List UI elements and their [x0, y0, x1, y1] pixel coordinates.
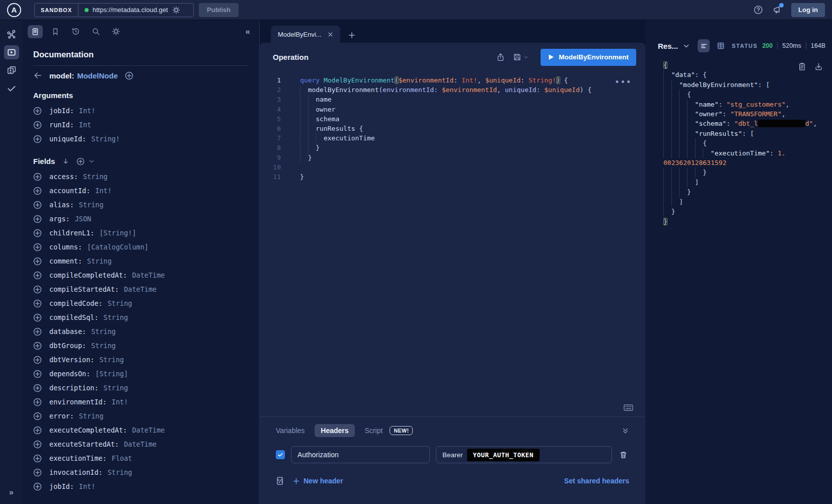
- editor-kebab-menu-icon[interactable]: •••: [615, 77, 632, 87]
- add-field-icon[interactable]: [33, 121, 42, 129]
- sort-fields-icon[interactable]: [62, 157, 69, 165]
- breadcrumb-type-link[interactable]: ModelNode: [77, 71, 118, 80]
- field-type[interactable]: Int!: [79, 482, 96, 490]
- field-type[interactable]: [String!]: [99, 229, 136, 237]
- add-field-icon[interactable]: [33, 356, 42, 364]
- endpoint-url-input[interactable]: https://metadata.cloud.get: [79, 4, 193, 17]
- back-arrow-icon[interactable]: [33, 71, 42, 80]
- field-type[interactable]: String: [99, 356, 124, 364]
- add-field-icon[interactable]: [33, 384, 42, 392]
- delete-header-icon[interactable]: [619, 451, 628, 459]
- run-operation-button[interactable]: ModelByEnvironment: [541, 49, 636, 66]
- add-all-fields-icon[interactable]: [77, 157, 85, 165]
- new-header-button[interactable]: New header: [293, 477, 343, 485]
- add-field-icon[interactable]: [33, 454, 42, 463]
- add-field-icon[interactable]: [33, 201, 42, 209]
- add-to-query-icon[interactable]: [125, 71, 133, 80]
- operation-tab[interactable]: ModelByEnvi...: [271, 26, 340, 43]
- add-field-icon[interactable]: [33, 468, 42, 477]
- add-field-icon[interactable]: [33, 299, 42, 308]
- field-type[interactable]: [String]: [95, 370, 128, 378]
- download-response-icon[interactable]: [814, 62, 823, 71]
- search-icon[interactable]: [88, 25, 103, 38]
- schema-graph-icon[interactable]: [4, 27, 19, 41]
- add-field-icon[interactable]: [33, 398, 42, 406]
- collections-icon[interactable]: [4, 63, 19, 77]
- field-type[interactable]: JSON: [75, 215, 92, 223]
- history-icon[interactable]: [68, 25, 83, 38]
- add-field-icon[interactable]: [33, 327, 42, 336]
- save-operation-icon[interactable]: [513, 53, 528, 61]
- collapse-docs-icon[interactable]: «: [246, 27, 250, 37]
- field-type[interactable]: DateTime: [132, 426, 165, 434]
- add-field-icon[interactable]: [33, 370, 42, 378]
- table-view-toggle-icon[interactable]: [715, 39, 727, 52]
- field-type[interactable]: String: [87, 257, 112, 265]
- set-shared-headers-button[interactable]: Set shared headers: [564, 477, 629, 485]
- add-field-icon[interactable]: [33, 107, 42, 115]
- response-title[interactable]: Res...: [658, 42, 678, 50]
- add-field-icon[interactable]: [33, 243, 42, 251]
- keyboard-shortcuts-icon[interactable]: [624, 404, 633, 411]
- field-type[interactable]: Int!: [95, 187, 112, 195]
- field-type[interactable]: String: [83, 173, 108, 181]
- field-type[interactable]: String: [79, 412, 104, 420]
- copy-response-icon[interactable]: [798, 62, 806, 71]
- tab-script[interactable]: Script: [365, 427, 383, 435]
- add-field-icon[interactable]: [33, 215, 42, 223]
- field-type[interactable]: Int!: [79, 107, 96, 115]
- close-tab-icon[interactable]: [328, 32, 333, 37]
- add-field-icon[interactable]: [33, 426, 42, 435]
- add-field-icon[interactable]: [33, 271, 42, 280]
- collapse-subpanel-icon[interactable]: [622, 427, 629, 435]
- graphql-editor[interactable]: 1query ModelByEnvironment($environmentId…: [260, 71, 645, 416]
- add-field-icon[interactable]: [33, 342, 42, 350]
- expand-rail-icon[interactable]: »: [9, 488, 14, 497]
- add-field-icon[interactable]: [33, 285, 42, 294]
- fields-options-chevron-icon[interactable]: [89, 158, 95, 164]
- field-type[interactable]: String: [91, 327, 116, 335]
- share-operation-icon[interactable]: [496, 53, 505, 61]
- header-enabled-checkbox[interactable]: [276, 450, 285, 459]
- field-type[interactable]: String: [108, 468, 132, 476]
- checks-icon[interactable]: [4, 81, 19, 96]
- field-type[interactable]: DateTime: [124, 440, 157, 448]
- add-field-icon[interactable]: [33, 440, 42, 449]
- field-type[interactable]: String: [91, 342, 116, 350]
- publish-button[interactable]: Publish: [199, 3, 239, 17]
- field-type[interactable]: [CatalogColumn]: [87, 243, 148, 251]
- bookmarks-icon[interactable]: [48, 25, 63, 38]
- add-field-icon[interactable]: [33, 313, 42, 322]
- settings-gear-icon[interactable]: [108, 25, 123, 38]
- environment-variables-icon[interactable]: [276, 476, 285, 485]
- add-field-icon[interactable]: [33, 173, 42, 181]
- field-type[interactable]: String: [104, 313, 128, 321]
- tab-headers[interactable]: Headers: [315, 424, 354, 437]
- apollo-logo-icon[interactable]: A: [7, 3, 21, 17]
- field-type[interactable]: String: [108, 299, 132, 307]
- field-type[interactable]: Int: [79, 121, 91, 129]
- add-field-icon[interactable]: [33, 412, 42, 421]
- raw-view-toggle-icon[interactable]: [698, 39, 710, 52]
- add-field-icon[interactable]: [33, 257, 42, 266]
- header-value-input[interactable]: Bearer YOUR_AUTH_TOKEN: [436, 446, 612, 463]
- login-button[interactable]: Log in: [791, 3, 825, 17]
- field-type[interactable]: String: [79, 201, 104, 209]
- announcements-megaphone-icon[interactable]: [772, 5, 782, 15]
- endpoint-settings-gear-icon[interactable]: [172, 6, 180, 14]
- field-type[interactable]: String!: [91, 135, 120, 143]
- add-field-icon[interactable]: [33, 482, 42, 491]
- response-dropdown-chevron-icon[interactable]: [683, 43, 690, 49]
- header-key-input[interactable]: Authorization: [291, 446, 430, 463]
- documentation-tab-icon[interactable]: [28, 25, 43, 38]
- field-type[interactable]: String: [104, 384, 128, 392]
- tab-variables[interactable]: Variables: [276, 427, 305, 435]
- add-field-icon[interactable]: [33, 187, 42, 195]
- field-type[interactable]: Float: [112, 454, 132, 462]
- explorer-icon[interactable]: [4, 45, 19, 59]
- field-type[interactable]: DateTime: [132, 271, 165, 279]
- add-field-icon[interactable]: [33, 229, 42, 237]
- add-field-icon[interactable]: [33, 135, 42, 143]
- help-icon[interactable]: [753, 5, 763, 15]
- field-type[interactable]: DateTime: [124, 285, 157, 293]
